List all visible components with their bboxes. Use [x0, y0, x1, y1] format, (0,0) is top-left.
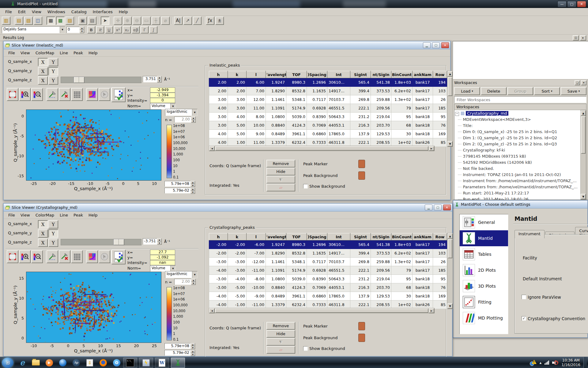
menu-item-help[interactable]: Help — [86, 50, 100, 56]
cell[interactable]: bank17 — [413, 104, 433, 113]
norm-combobox[interactable]: Volume▼ — [150, 265, 176, 272]
cell[interactable]: 222.1 — [350, 266, 371, 275]
pan-disabled-icon[interactable] — [99, 250, 110, 263]
cell[interactable]: 259.88 — [371, 258, 391, 266]
cell[interactable]: 95 — [433, 113, 447, 121]
cell[interactable]: 50643.3 — [327, 275, 350, 283]
cell[interactable]: bank18 — [413, 130, 433, 138]
add-text-icon[interactable]: A| — [174, 17, 183, 25]
grid-icon[interactable] — [71, 250, 83, 263]
draw-line-icon[interactable]: ╱ — [193, 17, 202, 25]
cell[interactable]: 6.00 — [247, 78, 266, 87]
cell[interactable]: bank17 — [413, 258, 433, 266]
cell[interactable]: -9.00 — [247, 292, 266, 301]
format-button-5[interactable]: αβ — [132, 26, 140, 33]
zoom-in-icon[interactable] — [19, 250, 31, 263]
colormap-max-value[interactable]: 5.79e+08 — [164, 343, 190, 349]
peaks-table[interactable]: hkl'avelengtTOF)SpacingIntSigIntnt/SigIn… — [209, 71, 447, 147]
cell[interactable]: -6.00 — [247, 240, 266, 249]
zoom-fit-icon[interactable] — [7, 88, 18, 101]
colorbar[interactable] — [167, 287, 172, 340]
colormap-min-value[interactable]: 5.79e-02 — [164, 350, 190, 356]
word-icon[interactable]: W — [155, 358, 169, 368]
close-panel-icon[interactable]: ✕ — [581, 80, 586, 85]
format-button-3[interactable]: x² — [114, 26, 122, 33]
clear-peaks-button[interactable]: ▱ — [266, 184, 295, 191]
zoom-fit-icon[interactable] — [7, 250, 18, 263]
menu-item-peak[interactable]: Peak — [71, 50, 86, 56]
dim-y-xbutton[interactable]: X — [38, 229, 48, 238]
cell[interactable]: 79 — [391, 266, 413, 275]
app-titlebar[interactable]: MantidPlot - untitled — ▢ ✕ — [0, 0, 588, 8]
cell[interactable]: -2.00 — [228, 249, 247, 258]
cell[interactable]: 26 — [433, 95, 447, 104]
menu-item-colormap[interactable]: ColorMap — [33, 212, 57, 218]
copy-icon[interactable]: ▣ — [78, 17, 87, 25]
cell[interactable]: 6.2e+02 — [391, 87, 413, 95]
cell[interactable]: bank17 — [413, 78, 433, 87]
hide-peak-button[interactable]: Hide — [266, 168, 295, 175]
column-header-0[interactable]: h — [209, 71, 228, 78]
cell[interactable]: 5174.9 — [286, 104, 307, 113]
clock[interactable]: 10:36 AM 1/16/2016 — [561, 358, 580, 367]
cell[interactable]: bank17 — [413, 240, 433, 249]
cell[interactable]: 1.1635 — [307, 249, 327, 258]
cell[interactable]: 14917... — [327, 249, 350, 258]
crystallography-convention-checkbox[interactable]: ✓ — [522, 316, 526, 321]
hide-peak-button[interactable]: Hide — [266, 330, 295, 338]
cell[interactable]: bank17 — [413, 266, 433, 275]
cell[interactable]: 2.00 — [228, 78, 247, 87]
results-log-bar[interactable]: Results Log ◫ ▸ — [0, 35, 588, 41]
windows-explorer-icon[interactable] — [31, 358, 40, 367]
cell[interactable]: 1.0800 — [266, 275, 286, 283]
app-maximize-button[interactable]: ▢ — [567, 1, 576, 7]
tray-expand-icon[interactable]: ▲ — [540, 361, 542, 364]
cell[interactable]: -5.00 — [228, 283, 247, 292]
peaks-table-vscrollbar[interactable]: ▲ ▼ — [447, 233, 453, 309]
cell[interactable]: 17865.0 — [327, 292, 350, 301]
menu-item-interfaces[interactable]: Interfaces — [90, 9, 115, 15]
cell[interactable]: -4.00 — [209, 266, 228, 275]
cell[interactable]: 269.8 — [350, 95, 371, 104]
cell[interactable]: 1.8290 — [266, 87, 286, 95]
slice-plot[interactable] — [26, 109, 161, 181]
dim-z-xbutton[interactable]: X — [38, 239, 48, 247]
font-combobox[interactable]: DejaVu Sans ▼ — [2, 26, 65, 33]
dim-z-ybutton[interactable]: Y — [48, 76, 58, 85]
column-header-4[interactable]: TOF — [286, 71, 307, 78]
line-draw-icon[interactable] — [47, 88, 58, 101]
settings-nav-general[interactable]: General — [460, 214, 508, 230]
workspace-detail[interactable]: ⋯ Not file backed. — [455, 166, 580, 172]
cell[interactable]: 259.88 — [371, 95, 391, 104]
grid-icon[interactable] — [71, 88, 83, 101]
remove-peak-button[interactable]: Remove — [266, 322, 295, 330]
opera-icon[interactable]: O — [112, 358, 121, 367]
cell[interactable]: 14917... — [327, 87, 350, 95]
draw-arrow-icon[interactable]: ↗ — [183, 17, 192, 25]
menu-item-line[interactable]: Line — [57, 212, 71, 218]
cell[interactable]: 103 — [433, 249, 447, 258]
cell[interactable]: 541.38 — [371, 78, 391, 87]
cell[interactable]: 0.8390 — [307, 113, 327, 121]
dim-x-xbutton[interactable]: X — [38, 220, 48, 228]
cell[interactable]: 1.1635 — [307, 87, 327, 95]
table-row[interactable]: 4.005.009.000.84893961.10.686017865.0137… — [209, 130, 447, 138]
column-header-6[interactable]: Int — [327, 71, 350, 78]
column-header-3[interactable]: 'avelengt — [266, 233, 286, 240]
cell[interactable]: -4.00 — [228, 275, 247, 283]
cell[interactable]: bank18 — [413, 283, 433, 292]
cell[interactable]: 95 — [391, 113, 413, 121]
slider-handle[interactable] — [74, 77, 85, 83]
settings-nav-tables[interactable]: Tables — [460, 246, 508, 262]
zoom-to-peak-button[interactable]: ⧨ — [266, 338, 295, 346]
cell[interactable]: -8.00 — [247, 275, 266, 283]
maximize-button[interactable]: ▢ — [432, 42, 440, 48]
colormap-max-value[interactable]: 5.79e+08 — [164, 181, 190, 187]
cell[interactable]: 137.9 — [350, 130, 371, 138]
overlay-icon[interactable] — [86, 88, 98, 101]
cell[interactable]: 44053.1 — [327, 121, 350, 130]
power-spinbox[interactable]: 2.00 ▲▼ — [174, 279, 196, 285]
window-titlebar[interactable]: Slice Viewer (Inelastic_md) ▁ ▢ ✕ — [4, 41, 450, 49]
settings-nav-mantid[interactable]: Mantid — [460, 230, 508, 246]
app-minimize-button[interactable]: — — [557, 1, 567, 7]
